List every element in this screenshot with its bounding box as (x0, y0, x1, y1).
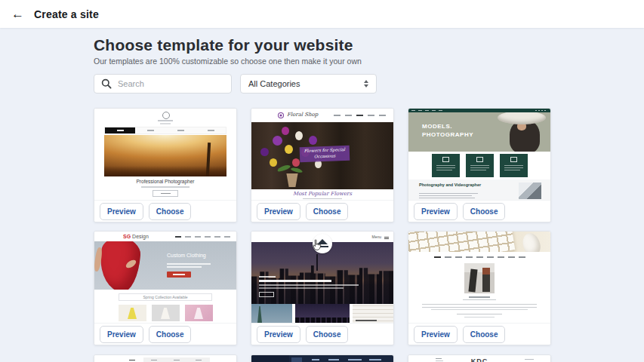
model-hat-photo: MODELS. PHOTOGRAPHY (408, 112, 550, 152)
choose-button[interactable]: Choose (463, 203, 506, 220)
decor-line (316, 254, 318, 271)
vase (285, 173, 300, 187)
decor-line (277, 164, 291, 173)
decor-line (273, 136, 282, 146)
choose-button[interactable]: Choose (149, 203, 192, 220)
template-thumbnail-partial[interactable]: KDC (408, 355, 550, 362)
decor-line (504, 165, 523, 166)
decor-line: MODELS. (422, 123, 473, 131)
template-thumbnail-city[interactable]: Menu (251, 232, 393, 324)
decor-line (519, 256, 525, 258)
decor-line (328, 359, 339, 360)
computer-mouse (520, 232, 543, 252)
card-actions: Preview Choose (408, 200, 550, 222)
preview-button[interactable]: Preview (257, 203, 300, 220)
red-dress-photo: Custom Clothing (94, 241, 236, 290)
template-thumbnail-partial[interactable] (251, 355, 393, 362)
promo-bar: Spring Collection Available (119, 293, 212, 301)
decor-line (161, 308, 170, 319)
decor-line (259, 280, 331, 282)
decor-line (436, 170, 452, 170)
decor-line (175, 236, 181, 238)
decor-line (195, 236, 201, 238)
decor-line (165, 357, 188, 362)
decor-line (470, 167, 489, 168)
back-arrow-icon[interactable]: ← (11, 8, 24, 20)
decor-line (121, 357, 143, 362)
decor-line (500, 154, 528, 177)
template-cta-button (259, 292, 274, 297)
decor-line (334, 115, 340, 116)
decor-line (270, 158, 277, 167)
decor-line (476, 157, 483, 162)
decor-line (445, 256, 451, 258)
choose-button[interactable]: Choose (149, 326, 192, 343)
decor-line: SG (123, 234, 131, 239)
category-select-value: All Categories (248, 79, 364, 88)
template-thumbnail-photographer[interactable]: Professional Photographer (94, 109, 236, 201)
decor-line (469, 296, 490, 298)
decor-line (135, 127, 165, 133)
portrait-thumbnail (519, 183, 541, 199)
decor-line (108, 85, 110, 87)
decor-line (364, 84, 368, 87)
sun-hat (498, 112, 546, 124)
decor-line (504, 167, 523, 168)
create-site-page: { "header": { "back_label": "←", "title"… (0, 0, 644, 362)
decor-line (105, 127, 135, 133)
main-subheading: Our templates are 100% customizable so c… (94, 57, 362, 66)
preview-button[interactable]: Preview (100, 326, 143, 343)
template-card-photographer: Professional Photographer Preview Choose (94, 108, 237, 222)
preview-button[interactable]: Preview (414, 326, 458, 343)
template-card-city: Menu Preview Choose (251, 231, 394, 345)
decor-line (419, 198, 475, 198)
sunset-field-photo (104, 135, 226, 176)
template-thumbnail-fashion[interactable]: SG Design Custom Clothing Spring Collect… (94, 232, 236, 324)
decor-line (466, 256, 473, 258)
preview-button[interactable]: Preview (257, 326, 300, 343)
decor-line (260, 148, 269, 156)
preview-button[interactable]: Preview (414, 203, 458, 220)
category-select[interactable]: All Categories (240, 74, 377, 94)
card-actions: Preview Choose (251, 200, 393, 222)
template-thumbnail-floral[interactable]: Floral Shop Flowers for Special Occasion… (251, 109, 393, 201)
decor-line (422, 304, 537, 305)
choose-button[interactable]: Choose (463, 326, 506, 343)
template-card-business: Preview Choose (408, 231, 551, 345)
product-photo (152, 305, 180, 321)
sketch-thumbnail (353, 304, 393, 324)
template-card-partial-2 (251, 354, 394, 362)
decor-line (504, 170, 520, 170)
decor-line (356, 115, 363, 116)
decor-line (309, 136, 317, 145)
decor-line (214, 236, 220, 238)
site-logo (291, 357, 302, 362)
decor-line (141, 186, 190, 188)
choose-button[interactable]: Choose (306, 203, 349, 220)
keyboard-photo (408, 232, 550, 252)
menu-label: Menu (371, 235, 381, 239)
decor-line (466, 154, 494, 177)
template-thumbnail-partial[interactable] (94, 355, 236, 362)
template-nav-bar (175, 236, 230, 238)
template-thumbnail-models[interactable]: MODELS. PHOTOGRAPHY Photography and Vide… (408, 109, 550, 201)
decor-line (457, 314, 502, 314)
search-input[interactable] (116, 78, 231, 89)
preview-button[interactable]: Preview (100, 203, 143, 220)
decor-line (510, 157, 517, 162)
decor-line (205, 236, 211, 238)
card-actions: Preview Choose (94, 200, 236, 222)
decor-line (498, 256, 504, 258)
decor-line (348, 359, 362, 360)
decor-line (419, 193, 478, 194)
hero-banner: Flowers for Special Occasions (300, 146, 350, 162)
template-cta-button (153, 190, 178, 197)
hamburger-icon (384, 235, 389, 239)
template-card-models-photography: MODELS. PHOTOGRAPHY Photography and Vide… (408, 108, 551, 222)
main-heading: Choose template for your website (94, 36, 353, 54)
decor-line (259, 276, 276, 278)
choose-button[interactable]: Choose (306, 326, 349, 343)
decor-line (259, 284, 359, 286)
tulip-bouquet-photo: Flowers for Special Occasions (251, 122, 393, 189)
template-thumbnail-business[interactable] (408, 232, 550, 324)
